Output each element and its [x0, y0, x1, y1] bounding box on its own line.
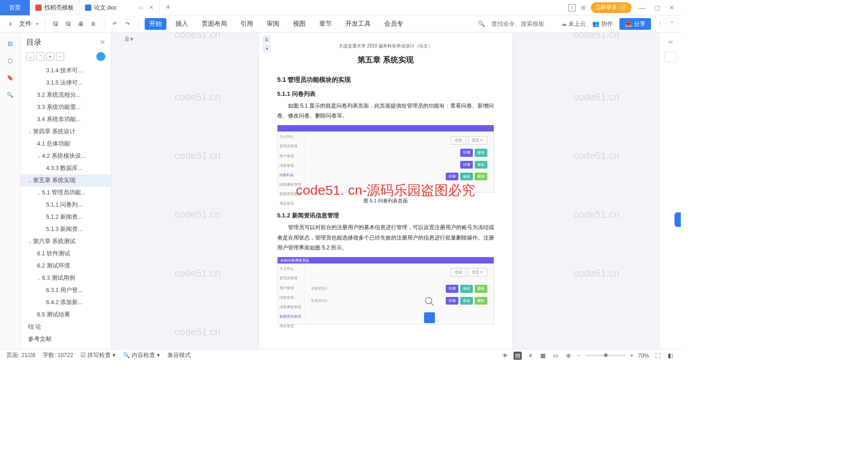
spellcheck-button[interactable]: ☑ 拼写检查 ▾	[80, 352, 116, 359]
tab-insert[interactable]: 插入	[171, 18, 193, 30]
fullscreen-icon[interactable]: ⛶	[654, 352, 662, 360]
search-rail-icon[interactable]: 🔍	[6, 90, 15, 99]
collab-button[interactable]: 👥 协作	[592, 20, 613, 28]
view-page-icon[interactable]: ▤	[514, 352, 522, 360]
compat-mode[interactable]: 兼容模式	[167, 352, 191, 359]
save-icon[interactable]: 🖫	[52, 20, 60, 28]
tab-start[interactable]: 开始	[145, 18, 166, 30]
outline-item[interactable]: ⌄5.1 管理员功能...	[21, 187, 111, 199]
titlebar: 首页 找稻壳模板 论文.doc ▭ ✕ + 1 ⊞ 立即登录 — ▢ ✕	[0, 0, 681, 15]
outline-item[interactable]: ⌄第五章 系统实现	[21, 174, 111, 187]
close-button[interactable]: ✕	[667, 4, 676, 11]
word-count[interactable]: 字数: 10722	[42, 352, 73, 359]
menu-icon[interactable]: ≡	[6, 20, 14, 28]
apps-icon[interactable]: ⊞	[581, 5, 585, 11]
outline-item[interactable]: 结 论	[21, 321, 111, 333]
presentation-icon[interactable]: ▭	[138, 4, 143, 11]
tab-chapter[interactable]: 章节	[315, 18, 336, 30]
login-button[interactable]: 立即登录	[591, 2, 632, 13]
undo-icon[interactable]: ↶	[111, 20, 119, 28]
side-tag[interactable]	[675, 212, 681, 227]
cloud-status[interactable]: ☁ 未上云	[561, 20, 586, 28]
outline-item[interactable]: ⌄4.2 系统模块设...	[21, 150, 111, 162]
outline-rail-icon[interactable]: ▤	[6, 39, 15, 48]
tab-template[interactable]: 找稻壳模板	[30, 0, 80, 15]
content-check-button[interactable]: 🔍 内容检查 ▾	[123, 352, 160, 359]
tab-view[interactable]: 视图	[288, 18, 310, 30]
tab-review[interactable]: 审阅	[262, 18, 284, 30]
page-options-icon[interactable]: 🗎▾	[124, 35, 133, 42]
titlebar-right: 1 ⊞ 立即登录 — ▢ ✕	[568, 2, 681, 13]
tab-devtools[interactable]: 开发工具	[341, 18, 375, 30]
document-area[interactable]: 🗎▾ code51.cn code51.cn code51.cn code51.…	[111, 33, 660, 349]
minimize-button[interactable]: —	[637, 4, 647, 11]
outline-item[interactable]: 4.1 总体功能	[21, 138, 111, 150]
file-menu[interactable]: 文件	[19, 20, 32, 28]
outline-list[interactable]: 3.1.4 技术可...3.1.5 法律可...3.2 系统流程分...3.3 …	[21, 65, 111, 349]
outline-item[interactable]: 5.1.2 新闻资...	[21, 211, 111, 223]
zoom-in[interactable]: +	[630, 353, 633, 359]
new-tab-button[interactable]: +	[160, 3, 177, 12]
outline-close[interactable]: ✕	[99, 38, 105, 47]
outline-item[interactable]: 3.3 系统功能需...	[21, 101, 111, 113]
share-label: 分享	[634, 20, 646, 28]
outline-item[interactable]: 6.3.1 用户登...	[21, 284, 111, 296]
tab-document[interactable]: 论文.doc ▭ ✕	[80, 0, 160, 15]
tab-member[interactable]: 会员专	[380, 18, 408, 30]
collapse-ribbon-icon[interactable]: ⌃	[670, 20, 675, 27]
ribbon-right: 🔍 ☁ 未上云 👥 协作 📤 分享 ⋮ ⌃	[478, 18, 675, 30]
tab-references[interactable]: 引用	[236, 18, 258, 30]
fit-icon[interactable]: ◧	[666, 352, 675, 360]
outline-item[interactable]: ⌄第六章 系统测试	[21, 235, 111, 248]
outline-item[interactable]: 3.1.5 法律可...	[21, 77, 111, 89]
view-web-icon[interactable]: ▦	[539, 352, 547, 360]
outline-item[interactable]: 6.1 软件测试	[21, 248, 111, 260]
page-indicator[interactable]: 页面: 21/28	[6, 352, 35, 359]
tab-close[interactable]: ✕	[149, 4, 154, 11]
command-search-input[interactable]	[491, 20, 555, 27]
outline-item[interactable]: 3.2 系统流程分...	[21, 89, 111, 101]
add-heading-icon[interactable]: +	[46, 52, 54, 61]
outline-item[interactable]: ⌄6.3 测试用例	[21, 272, 111, 284]
collapse-panel-icon[interactable]: ≪	[668, 39, 674, 45]
outline-item[interactable]: 5.1.3 新闻资...	[21, 223, 111, 235]
eye-icon[interactable]: 👁	[501, 352, 509, 360]
settings-icon[interactable]: ⊕	[564, 352, 572, 360]
view-outline-icon[interactable]: ≡	[526, 352, 534, 360]
page-more-icon[interactable]: ▾	[263, 44, 271, 52]
avatar-icon	[619, 4, 627, 12]
maximize-button[interactable]: ▢	[652, 4, 662, 11]
more-icon[interactable]: ⋮	[657, 20, 663, 27]
bookmark-rail-icon[interactable]: 🔖	[6, 73, 15, 82]
redo-icon[interactable]: ↷	[123, 20, 132, 28]
outline-item[interactable]: ⌄第四章 系统设计	[21, 126, 111, 138]
share-button[interactable]: 📤 分享	[619, 18, 651, 30]
zoom-value[interactable]: 70%	[638, 353, 649, 359]
sync-icon[interactable]	[96, 52, 105, 61]
expand-all-icon[interactable]: ⌃	[36, 52, 44, 61]
tab-home[interactable]: 首页	[0, 0, 30, 15]
save-as-icon[interactable]: 🖫	[64, 20, 72, 28]
right-panel-button[interactable]	[664, 52, 677, 62]
nav-rail-icon[interactable]: ▢	[6, 56, 15, 65]
cloud-label: 未上云	[568, 20, 586, 27]
outline-item[interactable]: 3.4 系统非功能...	[21, 113, 111, 126]
outline-item[interactable]: 4.3.3 数据库...	[21, 162, 111, 174]
zoom-out[interactable]: −	[577, 353, 580, 359]
page-edit-icon[interactable]: 🗎	[263, 35, 271, 43]
remove-heading-icon[interactable]: −	[56, 52, 64, 61]
outline-item[interactable]: 6.5 测试结果	[21, 309, 111, 321]
layout-icon[interactable]: 1	[568, 4, 576, 11]
view-read-icon[interactable]: ▭	[552, 352, 560, 360]
print-preview-icon[interactable]: 🗎	[90, 20, 98, 28]
outline-item[interactable]: 5.1.1 问卷列...	[21, 199, 111, 211]
print-icon[interactable]: 🖶	[77, 20, 85, 28]
outline-item[interactable]: 6.2 测试环境	[21, 260, 111, 272]
zoom-slider[interactable]	[585, 355, 626, 356]
collapse-all-icon[interactable]: ⌄	[26, 52, 34, 61]
outline-item[interactable]: 3.1.4 技术可...	[21, 65, 111, 77]
outline-item[interactable]: 参考文献	[21, 333, 111, 345]
outline-item[interactable]: 6.4.2 添加新...	[21, 296, 111, 309]
tab-layout[interactable]: 页面布局	[197, 18, 231, 30]
search-icon[interactable]: 🔍	[478, 20, 485, 27]
